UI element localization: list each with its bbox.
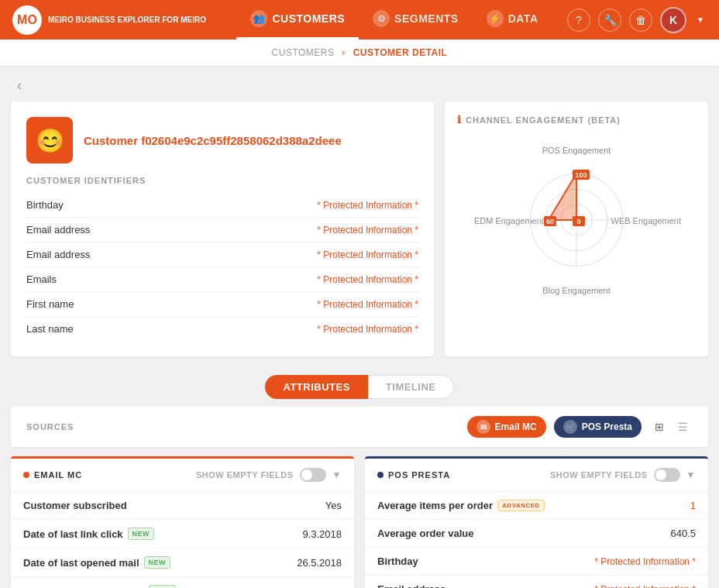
tab-customers[interactable]: 👥 CUSTOMERS [236,0,359,40]
new-badge-1: NEW [128,528,155,540]
customer-id: Customer f02604e9c2c95ff2858062d388a2dee… [84,134,342,147]
top-row: 😊 Customer f02604e9c2c95ff2858062d388a2d… [11,101,708,356]
pos-key-0: Average items per order ADVANCED [377,500,545,511]
email-mc-dot [23,472,29,478]
identifiers-label: CUSTOMER IDENTIFIERS [26,176,418,185]
email-mc-row-0: Customer subscribed Yes [11,492,354,520]
engagement-title: ℹ CHANNEL ENGAGEMENT (BETA) [457,114,696,126]
email-mc-row-2: Date of last opened mail NEW 26.5.2018 [11,548,354,577]
pos-presta-name: POS PRESTA [377,470,450,480]
id-label-email1: Email address [26,224,90,236]
svg-text:POS Engagement: POS Engagement [542,146,611,155]
back-button[interactable]: ‹ [11,74,28,97]
pos-presta-row-3: Email address * Protected Information * [365,576,708,588]
view-toggle: ⊞ ☰ [649,417,693,437]
main-content: ‹ 😊 Customer f02604e9c2c95ff2858062d388a… [0,67,719,588]
customer-card: 😊 Customer f02604e9c2c95ff2858062d388a2d… [11,101,434,356]
id-label-email2: Email address [26,249,90,260]
breadcrumb-separator: › [342,47,346,58]
list-view-button[interactable]: ☰ [673,417,693,437]
tab-attributes[interactable]: ATTRIBUTES [265,375,367,399]
tab-data[interactable]: ⚡ DATA [473,0,552,40]
identifier-lastname: Last name * Protected Information * [26,317,418,341]
avatar-emoji: 😊 [36,127,64,154]
new-badge-2: NEW [144,556,171,569]
customers-icon: 👥 [250,10,267,27]
identifier-birthday: Birthday * Protected Information * [26,193,418,218]
id-value-firstname: * Protected Information * [317,299,418,310]
advanced-badge-pos-0: ADVANCED [497,500,545,511]
pos-presta-toggle[interactable] [654,468,680,482]
logo-text: MEIRO BUSINESS EXPLORER FOR MEIRO [48,15,206,25]
identifier-email-1: Email address * Protected Information * [26,218,418,242]
breadcrumb-current: CUSTOMER DETAIL [353,47,448,58]
pos-presta-expand[interactable]: ▼ [686,469,696,480]
pos-value-0: 1 [690,500,696,511]
email-mc-row-3: Date of last received mail NEW 3.7.2019 [11,577,354,588]
email-mc-row-1: Date of last link click NEW 9.3.2018 [11,520,354,548]
email-mc-icon: ✉ [476,420,490,434]
pos-presta-table: POS PRESTA SHOW EMPTY FIELDS ▼ Average i… [365,456,708,588]
id-label-birthday: Birthday [26,199,64,211]
email-mc-controls: SHOW EMPTY FIELDS ▼ [196,468,342,482]
pos-value-1: 640.5 [670,528,696,539]
info-icon: ℹ [457,114,462,126]
data-tables-row: EMAIL MC SHOW EMPTY FIELDS ▼ Customer su… [11,456,708,588]
pos-presta-row-2: Birthday * Protected Information * [365,548,708,576]
email-mc-expand[interactable]: ▼ [332,469,342,480]
email-mc-value-2: 26.5.2018 [297,557,342,569]
new-badge-3: NEW [149,585,176,588]
settings-button[interactable]: 🔧 [598,9,621,32]
pos-presta-header: POS PRESTA SHOW EMPTY FIELDS ▼ [365,459,708,492]
identifier-emails: Emails * Protected Information * [26,267,418,292]
svg-marker-11 [549,174,576,220]
breadcrumb-parent[interactable]: CUSTOMERS [272,47,335,58]
email-mc-key-0: Customer subscribed [23,500,127,511]
email-mc-toggle[interactable] [300,468,326,482]
pos-key-1: Average order value [377,528,474,539]
delete-button[interactable]: 🗑 [629,9,652,32]
id-value-lastname: * Protected Information * [317,324,418,335]
email-mc-value-0: Yes [325,500,342,511]
id-value-birthday: * Protected Information * [317,200,418,211]
tab-timeline[interactable]: TIMELINE [368,375,454,399]
avatar-dropdown-icon[interactable]: ▼ [694,9,707,32]
radar-chart: POS Engagement WEB Engagement Blog Engag… [457,135,696,305]
pos-presta-controls: SHOW EMPTY FIELDS ▼ [550,468,696,482]
breadcrumb: CUSTOMERS › CUSTOMER DETAIL [0,40,719,67]
svg-text:60: 60 [546,218,554,225]
pos-value-2: * Protected Information * [594,556,696,567]
logo[interactable]: MO MEIRO BUSINESS EXPLORER FOR MEIRO [12,5,206,35]
pos-presta-icon: 🛒 [563,420,577,434]
nav-tabs: 👥 CUSTOMERS ⊙ SEGMENTS ⚡ DATA [222,0,567,40]
help-button[interactable]: ? [567,9,590,32]
attributes-tabs-bar: ATTRIBUTES TIMELINE [11,367,708,407]
pos-key-2: Birthday [377,555,418,567]
id-value-email2: * Protected Information * [317,249,418,260]
email-mc-badge[interactable]: ✉ Email MC [467,416,546,438]
svg-text:WEB Engagement: WEB Engagement [611,216,682,225]
svg-text:Blog Engagement: Blog Engagement [542,286,610,295]
user-avatar[interactable]: K [660,7,686,33]
pos-value-3: * Protected Information * [594,584,696,589]
top-navigation: MO MEIRO BUSINESS EXPLORER FOR MEIRO 👥 C… [0,0,719,40]
id-label-lastname: Last name [26,323,74,335]
customer-avatar: 😊 [26,117,73,163]
data-icon: ⚡ [487,10,504,27]
pos-presta-badge[interactable]: 🛒 POS Presta [554,416,642,438]
email-mc-key-2: Date of last opened mail NEW [23,556,170,569]
email-mc-key-3: Date of last received mail NEW [23,585,176,588]
pos-presta-row-0: Average items per order ADVANCED 1 [365,492,708,520]
tab-segments[interactable]: ⊙ SEGMENTS [359,0,473,40]
sources-label: SOURCES [26,422,74,432]
email-mc-value-1: 9.3.2018 [302,528,342,540]
grid-view-button[interactable]: ⊞ [649,417,669,437]
email-mc-value-3: 3.7.2019 [302,586,342,589]
pos-dot [377,472,384,478]
logo-circle: MO [12,5,42,35]
id-label-emails: Emails [26,273,57,285]
email-mc-name: EMAIL MC [23,470,82,480]
nav-right-controls: ? 🔧 🗑 K ▼ [567,7,707,33]
identifier-firstname: First name * Protected Information * [26,292,418,317]
radar-svg: POS Engagement WEB Engagement Blog Engag… [460,143,693,297]
